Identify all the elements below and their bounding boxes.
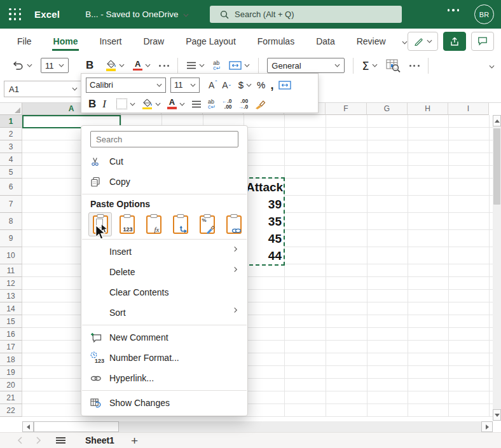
row-header-17[interactable]: 17 [0, 341, 22, 353]
bold-button[interactable]: B [86, 59, 93, 72]
analyze-data-button[interactable] [386, 59, 401, 72]
mini-align-button[interactable] [191, 100, 202, 108]
menu-item-hyperlink[interactable]: Hyperlink... [81, 368, 247, 388]
undo-button[interactable] [11, 61, 32, 71]
vertical-scrollbar[interactable] [493, 115, 501, 421]
row-header-21[interactable]: 21 [0, 391, 22, 404]
scroll-down-button[interactable] [493, 409, 501, 421]
paste-formulas-button[interactable]: fx [142, 212, 165, 236]
mini-merge-button[interactable] [278, 81, 291, 90]
document-title[interactable]: B... - Saved to OneDrive [85, 10, 188, 19]
add-sheet-button[interactable]: + [131, 435, 138, 447]
row-header-15[interactable]: 15 [0, 315, 22, 328]
row-header-22[interactable]: 22 [0, 404, 22, 417]
menu-item-sort[interactable]: Sort [81, 302, 247, 323]
cell-value[interactable]: 39 [244, 196, 284, 213]
horizontal-scrollbar[interactable] [22, 421, 493, 432]
fill-color-button[interactable] [106, 60, 125, 71]
row-header-8[interactable]: 8 [0, 213, 22, 230]
app-launcher-waffle-icon[interactable] [9, 8, 22, 21]
font-name-select[interactable]: Calibri [86, 78, 166, 93]
row-header-11[interactable]: 11 [0, 264, 22, 277]
row-header-20[interactable]: 20 [0, 379, 22, 391]
row-header-6[interactable]: 6 [0, 179, 22, 196]
avatar[interactable]: BR [474, 4, 494, 24]
sheet-tab-sheet1[interactable]: Sheet1 [78, 435, 122, 445]
tab-home[interactable]: Home [43, 29, 89, 53]
comments-button[interactable] [471, 32, 494, 51]
decrease-font-size-button[interactable]: Aˇ [222, 80, 230, 90]
borders-button[interactable] [116, 98, 135, 109]
tab-page-layout[interactable]: Page Layout [175, 29, 247, 53]
row-header-10[interactable]: 10 [0, 247, 22, 264]
row-header-13[interactable]: 13 [0, 290, 22, 302]
cell-value[interactable]: 44 [244, 247, 284, 264]
horizontal-scroll-thumb[interactable] [34, 421, 119, 432]
row-header-1[interactable]: 1 [0, 115, 22, 128]
row-header-3[interactable]: 3 [0, 140, 22, 153]
mini-italic-button[interactable]: I [102, 98, 106, 111]
menu-item-show-changes[interactable]: Show Changes [81, 393, 247, 413]
cell-value[interactable]: 45 [244, 230, 284, 247]
paste-link-button[interactable] [222, 212, 245, 236]
paste-button[interactable] [88, 212, 112, 236]
select-all-corner[interactable] [0, 103, 22, 115]
previous-sheet-button[interactable] [10, 437, 29, 444]
font-color-button[interactable]: A [133, 60, 151, 71]
menu-item-cut[interactable]: Cut [81, 151, 247, 172]
increase-decimal-button[interactable]: .00→.0 [238, 98, 249, 109]
menu-item-clear-contents[interactable]: Clear Contents [81, 282, 247, 302]
row-header-14[interactable]: 14 [0, 302, 22, 315]
scroll-right-button[interactable] [481, 421, 493, 432]
increase-font-size-button[interactable]: Aˆ [209, 80, 217, 90]
scroll-up-button[interactable] [493, 115, 501, 126]
menu-item-delete[interactable]: Delete [81, 262, 247, 282]
next-sheet-button[interactable] [29, 437, 48, 444]
column-header-g[interactable]: G [367, 103, 408, 115]
tab-review[interactable]: Review [346, 29, 397, 53]
more-tabs-chevron[interactable] [402, 36, 408, 47]
paste-formatting-button[interactable]: % [195, 212, 219, 236]
row-header-2[interactable]: 2 [0, 128, 22, 140]
global-search-box[interactable]: Search (Alt + Q) [210, 6, 402, 23]
column-header-h[interactable]: H [408, 103, 448, 115]
decrease-decimal-button[interactable]: ←.0.00 [222, 98, 232, 109]
more-font-options-icon[interactable] [159, 65, 169, 67]
more-toolbar-options-icon[interactable] [409, 65, 420, 67]
more-options-icon[interactable] [448, 9, 460, 11]
menu-item-number-format[interactable]: 123Number Format... [81, 348, 247, 368]
percent-format-button[interactable]: % [257, 79, 265, 90]
row-header-5[interactable]: 5 [0, 166, 22, 179]
mini-wrap-text-button[interactable]: abc↵ [208, 99, 216, 109]
row-header-4[interactable]: 4 [0, 153, 22, 166]
number-format-select[interactable]: General [267, 58, 345, 73]
column-header-i[interactable]: I [448, 103, 489, 115]
cell-value[interactable]: Attack [244, 179, 284, 196]
mini-bold-button[interactable]: B [88, 98, 96, 111]
wrap-text-button[interactable]: abc↵ [213, 60, 221, 71]
row-header-16[interactable]: 16 [0, 328, 22, 341]
tab-formulas[interactable]: Formulas [247, 29, 305, 53]
mini-fill-color-button[interactable] [142, 98, 161, 110]
menu-item-insert[interactable]: Insert [81, 241, 247, 262]
row-header-18[interactable]: 18 [0, 353, 22, 366]
paste-transpose-button[interactable] [168, 212, 192, 236]
row-header-19[interactable]: 19 [0, 366, 22, 379]
format-painter-button[interactable] [254, 99, 266, 109]
autosum-button[interactable]: Σ [362, 59, 377, 72]
scroll-left-button[interactable] [22, 421, 34, 432]
font-size-select[interactable]: 11 [41, 58, 69, 73]
row-header-9[interactable]: 9 [0, 230, 22, 247]
tab-file[interactable]: File [6, 29, 43, 53]
menu-item-new-comment[interactable]: New Comment [81, 327, 247, 348]
share-button[interactable] [443, 32, 466, 51]
vertical-scroll-thumb[interactable] [493, 128, 500, 205]
cell-value[interactable]: 35 [244, 213, 284, 230]
all-sheets-button[interactable] [48, 435, 72, 445]
tab-insert[interactable]: Insert [88, 29, 132, 53]
paste-values-button[interactable]: 123 [115, 212, 139, 236]
column-header-f[interactable]: F [326, 103, 367, 115]
editing-mode-button[interactable] [408, 32, 438, 51]
align-button[interactable] [186, 62, 205, 69]
name-box[interactable]: A1 [4, 81, 83, 97]
